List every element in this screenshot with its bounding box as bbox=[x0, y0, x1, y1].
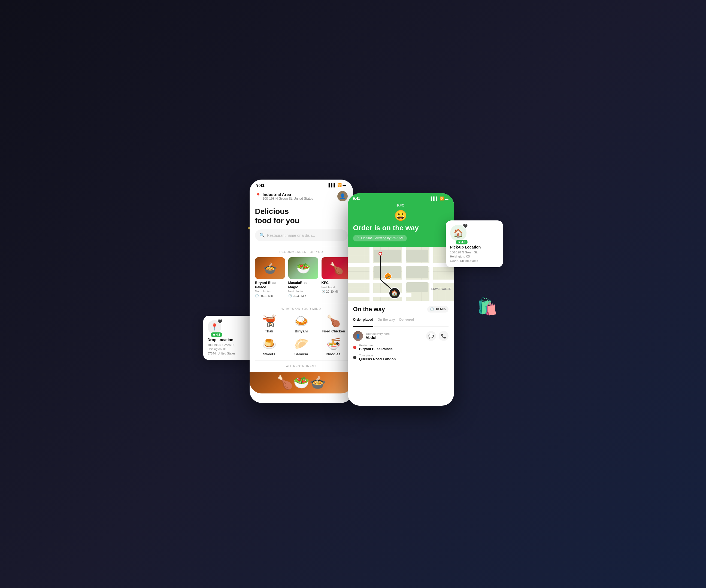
restaurant-time-masala: 🕐 20-30 Min bbox=[288, 294, 318, 298]
step-on-the-way[interactable]: On the way bbox=[378, 316, 395, 323]
order-title: Order is on the way bbox=[353, 224, 448, 232]
home-pin-map: 🏠 bbox=[389, 287, 400, 299]
restaurant-name-masala: MasalaRice Magic bbox=[288, 281, 318, 289]
brand-name: KFC bbox=[353, 203, 448, 207]
tracking-bottom: On the way 🕐 10 Min Order placed On the … bbox=[348, 301, 454, 365]
step-order-placed[interactable]: Order placed bbox=[353, 316, 373, 327]
order-header-green: 9:41 ▌▌▌ 🛜 ▬ KFC 😀 Order is on the way ⏱… bbox=[348, 193, 454, 247]
restaurant-info-row: Restaurant Biryani Bliss Palace bbox=[353, 344, 448, 351]
order-emoji: 😀 bbox=[353, 209, 448, 222]
route-svg bbox=[348, 247, 454, 301]
thali-label: Thali bbox=[265, 329, 273, 333]
delivery-person: 👤 Your delivery hero Abdul bbox=[353, 331, 390, 341]
phone-1-food-app: 9:41 ▌▌▌ 🛜 ▬ 📍 Industrial Area 100-198 N… bbox=[249, 180, 353, 403]
status-bar-1: 9:41 ▌▌▌ 🛜 ▬ bbox=[249, 180, 353, 189]
svg-point-1 bbox=[379, 252, 382, 255]
category-sweets[interactable]: 🍮 Sweets bbox=[255, 337, 283, 356]
status-icons-2: ▌▌▌ 🛜 ▬ bbox=[431, 196, 448, 201]
heart-icon: 🖤 bbox=[218, 319, 222, 323]
sweets-icon: 🍮 bbox=[262, 337, 276, 350]
category-biriyani[interactable]: 🍛 Biriyani bbox=[287, 314, 316, 333]
drop-pin-icon: 📍 bbox=[210, 323, 219, 331]
hero-title: Delicious food for you bbox=[255, 207, 348, 225]
action-icons: 💬 📞 bbox=[426, 331, 448, 341]
progress-steps: Order placed On the way Delivered bbox=[353, 316, 448, 327]
noodles-label: Noodles bbox=[326, 352, 340, 356]
main-scene: ✦ 9:41 ▌▌▌ 🛜 ▬ 📍 Industrial Area 100-198… bbox=[203, 171, 503, 417]
search-placeholder: Restaurant name or a dish... bbox=[267, 233, 315, 238]
drop-rating-badge: ★ 4.8 bbox=[211, 332, 222, 337]
categories-grid: 🫕 Thali 🍛 Biriyani 🍗 Fired Chicken 🍮 Swe… bbox=[249, 314, 353, 356]
place-dot bbox=[353, 356, 356, 359]
map-label: LOWERVAILSE bbox=[431, 287, 451, 290]
on-time-badge: ⏱ On time | Arriving by 9:57 AM bbox=[353, 235, 407, 241]
pickup-location-title: Pick-up Location bbox=[450, 245, 499, 249]
clock-icon-2: 🕐 bbox=[288, 294, 292, 298]
food-delivery-icon: 🛍️ bbox=[477, 297, 498, 316]
tracking-header: On the way 🕐 10 Min bbox=[353, 306, 448, 313]
status-time-1: 9:41 bbox=[257, 183, 265, 188]
recommended-label: RECOMMENDED FOR YOU bbox=[249, 250, 353, 253]
wifi-icon: 🛜 bbox=[337, 183, 342, 187]
pickup-heart-icon: 🖤 bbox=[463, 224, 468, 228]
delivery-hero-row: 👤 Your delivery hero Abdul 💬 📞 bbox=[353, 331, 448, 341]
category-thali[interactable]: 🫕 Thali bbox=[255, 314, 283, 333]
place-info-row: Your place Queens Road London bbox=[353, 354, 448, 361]
search-icon: 🔍 bbox=[260, 233, 265, 238]
restaurant-time-biryani: 🕐 20-30 Min bbox=[255, 294, 285, 298]
battery-icon: ▬ bbox=[343, 183, 346, 187]
search-bar[interactable]: 🔍 Restaurant name or a dish... bbox=[255, 229, 348, 241]
status-icons-1: ▌▌▌ 🛜 ▬ bbox=[328, 183, 346, 187]
map-view: 🛵 🏠 LOWERVAILSE bbox=[348, 247, 454, 301]
location-name: Industrial Area bbox=[263, 192, 313, 197]
place-label: Your place bbox=[359, 354, 396, 357]
restaurant-value: Biryani Bliss Palace bbox=[359, 347, 393, 351]
step-delivered[interactable]: Delivered bbox=[399, 316, 414, 323]
pickup-location-card: 🏠 🖤 ★ 4.8 Pick-up Location 100-198 N Gre… bbox=[446, 221, 503, 267]
user-avatar[interactable]: 👤 bbox=[337, 191, 348, 201]
restaurants-row: 🍲 Biryani Bliss Palace North Indian 🕐 20… bbox=[249, 257, 353, 298]
clock-icon-tracking: 🕐 bbox=[430, 307, 434, 311]
delivery-avatar: 👤 bbox=[353, 331, 363, 341]
biriyani-label: Biriyani bbox=[295, 329, 308, 333]
delivery-person-map-icon: 🛵 bbox=[385, 273, 392, 280]
restaurant-cuisine-biryani: North Indian bbox=[255, 290, 285, 293]
status-bar-2: 9:41 ▌▌▌ 🛜 ▬ bbox=[353, 193, 448, 203]
restaurant-card-kfc[interactable]: 🍗 KFC Fast Food 🕐 20-30 Min bbox=[321, 257, 352, 298]
signal-icon-2: ▌▌▌ bbox=[431, 196, 438, 201]
clock-icon-badge: ⏱ bbox=[356, 236, 360, 240]
pickup-rating-badge: ★ 4.8 bbox=[456, 239, 467, 244]
battery-icon-2: ▬ bbox=[445, 196, 448, 201]
restaurant-cuisine-kfc: Fast Food bbox=[321, 285, 352, 289]
delivery-hero-label: Your delivery hero bbox=[366, 332, 390, 336]
wifi-icon-2: 🛜 bbox=[439, 196, 444, 201]
restaurant-name-biryani: Biryani Bliss Palace bbox=[255, 281, 285, 289]
hero-section: Delicious food for you bbox=[249, 205, 353, 229]
category-samosa[interactable]: 🥟 Samosa bbox=[287, 337, 316, 356]
divider-2 bbox=[255, 303, 348, 303]
divider-3 bbox=[255, 360, 348, 361]
samosa-icon: 🥟 bbox=[294, 337, 308, 350]
tracking-title: On the way bbox=[353, 306, 385, 313]
noodles-icon: 🍜 bbox=[326, 337, 341, 350]
pickup-location-icon-wrap: 🏠 🖤 ★ 4.8 bbox=[450, 225, 467, 243]
restaurant-card-masala[interactable]: 🥗 MasalaRice Magic North Indian 🕐 20-30 … bbox=[288, 257, 318, 298]
location-display[interactable]: 📍 Industrial Area 100-198 N Green St, Un… bbox=[255, 192, 313, 201]
category-noodles[interactable]: 🍜 Noodles bbox=[319, 337, 348, 356]
signal-icon: ▌▌▌ bbox=[328, 183, 336, 187]
restaurant-label: Restaurant bbox=[359, 344, 393, 347]
pickup-home-icon: 🏠 bbox=[453, 228, 463, 238]
restaurant-dot bbox=[353, 346, 356, 349]
biriyani-icon: 🍛 bbox=[294, 314, 308, 327]
restaurant-img-masala: 🥗 bbox=[288, 257, 318, 279]
restaurant-card-biryani[interactable]: 🍲 Biryani Bliss Palace North Indian 🕐 20… bbox=[255, 257, 285, 298]
restaurant-name-kfc: KFC bbox=[321, 281, 352, 285]
restaurant-time-kfc: 🕐 20-30 Min bbox=[321, 290, 352, 293]
clock-icon-1: 🕐 bbox=[255, 294, 259, 298]
category-fired-chicken[interactable]: 🍗 Fired Chicken bbox=[319, 314, 348, 333]
call-button[interactable]: 📞 bbox=[439, 331, 448, 341]
chat-button[interactable]: 💬 bbox=[426, 331, 436, 341]
clock-icon-3: 🕐 bbox=[321, 290, 325, 293]
on-time-text: On time | Arriving by 9:57 AM bbox=[361, 236, 403, 240]
sweets-label: Sweets bbox=[263, 352, 275, 356]
